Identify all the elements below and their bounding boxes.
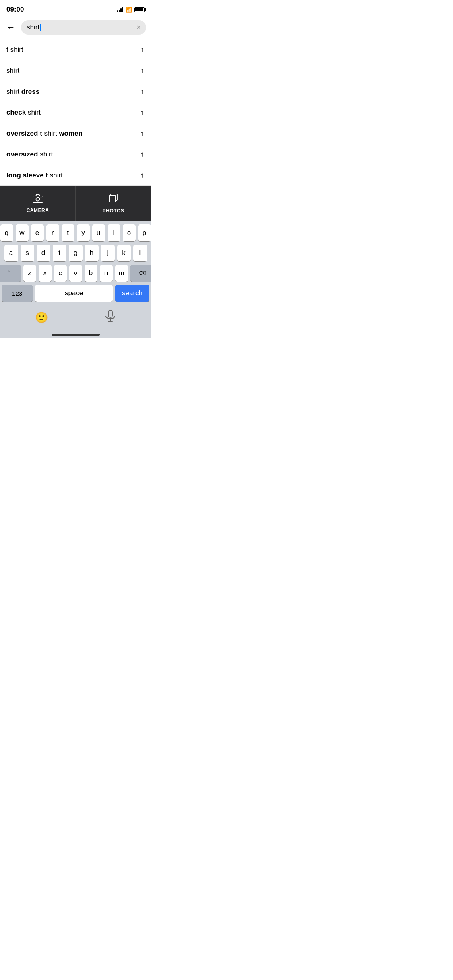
suggestion-text: oversized t shirt women [6, 130, 137, 138]
status-bar: 09:00 📶 [0, 0, 151, 17]
suggestion-text: check shirt [6, 109, 137, 117]
mic-button[interactable] [105, 310, 116, 325]
key-h[interactable]: h [85, 245, 99, 261]
key-q[interactable]: q [0, 224, 13, 241]
key-j[interactable]: j [101, 245, 115, 261]
arrow-icon: ↗ [138, 109, 146, 117]
arrow-icon: ↗ [138, 88, 146, 96]
emoji-button[interactable]: 🙂 [35, 311, 48, 324]
key-z[interactable]: z [23, 265, 36, 282]
keyboard: q w e r t y u i o p a s d f g h j k l ⇧ … [0, 221, 151, 307]
num-key[interactable]: 123 [2, 285, 33, 302]
key-p[interactable]: p [138, 224, 151, 241]
key-i[interactable]: i [108, 224, 120, 241]
key-c[interactable]: c [54, 265, 67, 282]
key-row-bottom: 123 space search [2, 285, 149, 302]
battery-icon [134, 7, 145, 12]
key-l[interactable]: l [133, 245, 147, 261]
cursor [40, 24, 41, 31]
svg-rect-6 [108, 310, 112, 317]
svg-rect-0 [33, 196, 43, 202]
search-input-wrapper[interactable]: shirt × [21, 20, 146, 35]
key-y[interactable]: y [77, 224, 90, 241]
suggestion-text: long sleeve t shirt [6, 171, 137, 179]
delete-key[interactable]: ⌫ [130, 265, 151, 282]
key-r[interactable]: r [46, 224, 59, 241]
key-w[interactable]: w [16, 224, 29, 241]
search-input[interactable]: shirt [27, 23, 134, 31]
photos-button[interactable]: PHOTOS [76, 186, 151, 221]
keyboard-extras: 🙂 [0, 307, 151, 330]
key-g[interactable]: g [69, 245, 83, 261]
key-d[interactable]: d [37, 245, 50, 261]
key-u[interactable]: u [92, 224, 105, 241]
camera-icon [33, 194, 43, 205]
status-icons: 📶 [117, 7, 145, 13]
arrow-icon: ↗ [138, 130, 146, 138]
arrow-icon: ↗ [138, 46, 146, 54]
arrow-icon: ↗ [138, 67, 146, 75]
key-n[interactable]: n [100, 265, 113, 282]
shift-key[interactable]: ⇧ [0, 265, 21, 282]
svg-point-1 [36, 198, 39, 201]
list-item[interactable]: shirt ↗ [0, 60, 151, 81]
suggestion-text: oversized shirt [6, 150, 137, 159]
search-query-text: shirt [27, 23, 39, 31]
key-row-3: ⇧ z x c v b n m ⌫ [2, 265, 149, 282]
media-bar: CAMERA PHOTOS [0, 186, 151, 221]
search-key[interactable]: search [115, 285, 149, 302]
key-s[interactable]: s [21, 245, 34, 261]
key-e[interactable]: e [31, 224, 44, 241]
key-a[interactable]: a [4, 245, 18, 261]
key-k[interactable]: k [117, 245, 131, 261]
key-m[interactable]: m [115, 265, 128, 282]
list-item[interactable]: oversized shirt ↗ [0, 144, 151, 165]
signal-icon [117, 7, 123, 12]
suggestion-text: shirt [6, 67, 137, 75]
wifi-icon: 📶 [126, 7, 132, 13]
home-indicator [0, 330, 151, 338]
suggestion-text: t shirt [6, 46, 137, 54]
key-v[interactable]: v [69, 265, 82, 282]
arrow-icon: ↗ [138, 171, 146, 179]
camera-button[interactable]: CAMERA [0, 186, 76, 221]
key-f[interactable]: f [53, 245, 66, 261]
search-header: ← shirt × [0, 17, 151, 39]
list-item[interactable]: check shirt ↗ [0, 102, 151, 123]
key-row-1: q w e r t y u i o p [2, 224, 149, 241]
photos-label: PHOTOS [103, 208, 124, 214]
key-t[interactable]: t [62, 224, 74, 241]
photos-icon [109, 194, 118, 206]
key-o[interactable]: o [123, 224, 136, 241]
home-bar [52, 334, 100, 336]
svg-rect-4 [109, 196, 116, 202]
list-item[interactable]: t shirt ↗ [0, 39, 151, 60]
clear-button[interactable]: × [137, 24, 141, 31]
key-b[interactable]: b [85, 265, 97, 282]
key-x[interactable]: x [39, 265, 52, 282]
list-item[interactable]: oversized t shirt women ↗ [0, 123, 151, 144]
suggestions-list: t shirt ↗ shirt ↗ shirt dress ↗ check sh… [0, 39, 151, 186]
suggestion-text: shirt dress [6, 88, 137, 96]
camera-label: CAMERA [27, 208, 49, 213]
status-time: 09:00 [6, 6, 24, 14]
space-key[interactable]: space [35, 285, 113, 302]
list-item[interactable]: long sleeve t shirt ↗ [0, 165, 151, 186]
key-row-2: a s d f g h j k l [2, 245, 149, 261]
back-button[interactable]: ← [5, 21, 17, 34]
svg-point-2 [40, 197, 41, 198]
arrow-icon: ↗ [138, 150, 146, 159]
list-item[interactable]: shirt dress ↗ [0, 81, 151, 102]
